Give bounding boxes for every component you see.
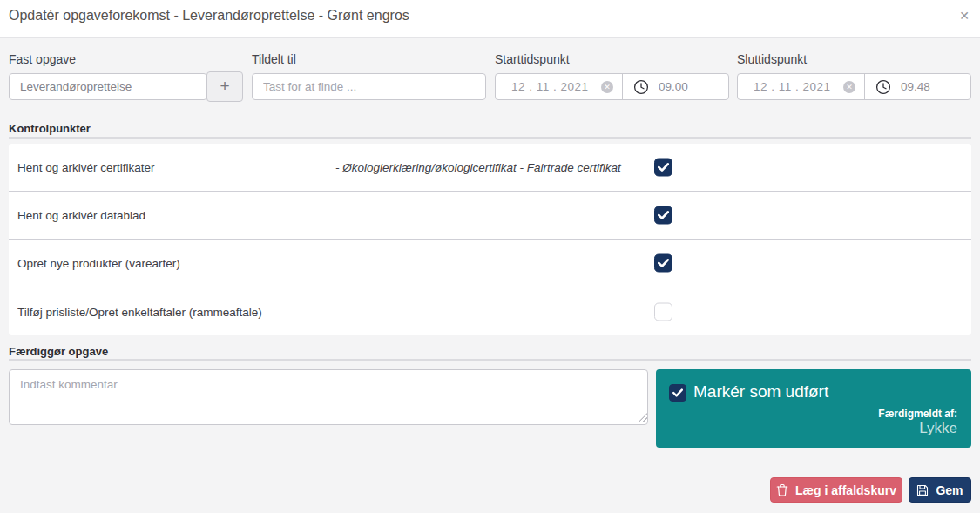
- dialog-title: Opdatér opgaveforekomst - Leverandøropre…: [9, 8, 409, 24]
- checklist-checkbox[interactable]: [654, 206, 672, 225]
- completed-by-label: Færdigmeldt af:: [878, 408, 957, 420]
- complete-label: Markér som udført: [693, 382, 828, 402]
- comment-textarea[interactable]: [9, 369, 648, 425]
- checklist-row: Opret nye produkter (varearter): [9, 240, 971, 287]
- clock-icon: [633, 79, 649, 95]
- save-icon: [916, 484, 929, 496]
- checklist-item-note: - Økologierklæring/økologicertifikat - F…: [335, 161, 621, 174]
- checklist-checkbox[interactable]: [654, 302, 672, 321]
- start-time-input[interactable]: 09.00: [622, 74, 728, 99]
- checklist-checkbox[interactable]: [654, 254, 672, 273]
- delete-button-label: Læg i affaldskurv: [795, 483, 896, 497]
- slut-date-value: 12 . 11 . 2021: [754, 80, 831, 93]
- kontrolpunkter-heading: Kontrolpunkter: [9, 122, 91, 135]
- trash-icon: [776, 483, 788, 496]
- kontrolpunkter-card: Hent og arkivér certifikater - Økologier…: [9, 144, 971, 335]
- checklist-item-label: Opret nye produkter (varearter): [17, 257, 180, 270]
- save-button-label: Gem: [936, 483, 963, 497]
- start-date-clear-icon[interactable]: ✕: [601, 81, 613, 93]
- field-sluttidspunkt: Sluttidspunkt 12 . 11 . 2021 ✕ 09.48: [737, 52, 971, 100]
- close-icon[interactable]: ✕: [959, 7, 970, 24]
- complete-checkbox[interactable]: [669, 384, 686, 402]
- slut-time-input[interactable]: 09.48: [864, 74, 970, 99]
- task-dialog: Opdatér opgaveforekomst - Leverandøropre…: [0, 0, 980, 513]
- start-time-value: 09.00: [659, 80, 688, 93]
- tildelt-til-label: Tildelt til: [252, 52, 486, 66]
- field-tildelt-til: Tildelt til: [252, 52, 486, 100]
- sluttidspunkt-label: Sluttidspunkt: [737, 52, 971, 66]
- faerdiggoer-heading: Færdiggør opgave: [9, 345, 108, 358]
- tildelt-til-input[interactable]: [252, 73, 486, 100]
- checklist-item-label: Hent og arkivér certifikater: [17, 161, 155, 174]
- checklist-item-label: Hent og arkivér datablad: [17, 209, 145, 222]
- field-starttidspunkt: Starttidspunkt 12 . 11 . 2021 ✕ 09.00: [495, 52, 729, 100]
- checklist-checkbox[interactable]: [654, 159, 672, 177]
- fast-opgave-label: Fast opgave: [9, 52, 243, 66]
- fast-opgave-input[interactable]: [9, 73, 207, 100]
- checklist-item-label: Tilføj prisliste/Opret enkeltaftaler (ra…: [17, 305, 262, 318]
- completed-by-name: Lykke: [919, 420, 957, 437]
- footer-divider: [0, 462, 980, 462]
- checklist-row: Tilføj prisliste/Opret enkeltaftaler (ra…: [9, 287, 971, 335]
- checklist-row: Hent og arkivér certifikater - Økologier…: [9, 144, 971, 192]
- section-divider: [9, 137, 971, 139]
- start-date-input[interactable]: 12 . 11 . 2021 ✕: [496, 74, 622, 99]
- clock-icon: [875, 79, 891, 95]
- complete-panel: Markér som udført Færdigmeldt af: Lykke: [656, 369, 971, 448]
- slut-date-clear-icon[interactable]: ✕: [843, 81, 855, 93]
- field-fast-opgave: Fast opgave +: [9, 52, 243, 100]
- add-task-button[interactable]: +: [206, 71, 243, 102]
- save-button[interactable]: Gem: [909, 477, 971, 503]
- section-divider: [9, 359, 971, 361]
- slut-time-value: 09.48: [901, 80, 930, 93]
- dialog-titlebar: Opdatér opgaveforekomst - Leverandøropre…: [0, 0, 980, 38]
- checklist-row: Hent og arkivér datablad: [9, 192, 971, 240]
- start-date-value: 12 . 11 . 2021: [511, 80, 589, 93]
- starttidspunkt-label: Starttidspunkt: [495, 52, 729, 66]
- slut-date-input[interactable]: 12 . 11 . 2021 ✕: [738, 74, 864, 99]
- delete-button[interactable]: Læg i affaldskurv: [770, 477, 902, 503]
